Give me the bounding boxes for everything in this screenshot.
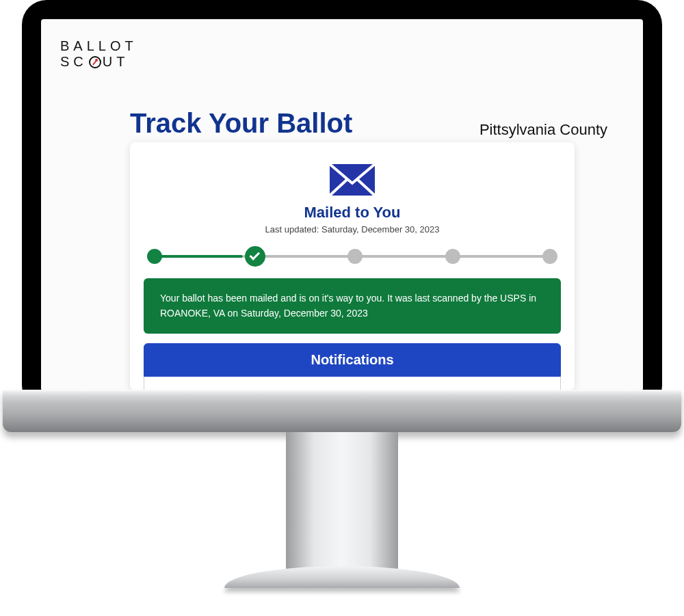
compass-icon: [89, 56, 101, 68]
progress-step-1: [147, 249, 162, 264]
envelope-icon: [328, 163, 376, 197]
notifications-body: [144, 377, 561, 390]
page-title: Track Your Ballot: [130, 108, 352, 139]
progress-tracker: [144, 247, 561, 266]
header-row: Track Your Ballot Pittsylvania County: [41, 108, 643, 139]
logo-line1: BALLOT: [60, 38, 137, 54]
progress-line-done: [154, 255, 243, 258]
notifications-panel: Notifications: [144, 343, 561, 390]
logo-line2-suffix: UT: [103, 54, 129, 70]
logo: BALLOT SC UT: [60, 38, 137, 70]
monitor-base: [224, 566, 460, 588]
progress-line-pending: [243, 255, 551, 258]
progress-step-5: [542, 249, 557, 264]
status-title: Mailed to You: [144, 204, 561, 222]
progress-step-2: [245, 246, 265, 267]
check-icon: [249, 250, 260, 260]
monitor-neck: [286, 432, 398, 569]
progress-step-3: [347, 249, 363, 264]
status-message: Your ballot has been mailed and is on it…: [144, 278, 561, 334]
monitor-chin: [3, 390, 681, 432]
last-updated: Last updated: Saturday, December 30, 202…: [144, 224, 561, 235]
screen: BALLOT SC UT Track Your Ballot Pittsylva…: [41, 19, 643, 391]
progress-step-4: [445, 249, 460, 264]
county-label: Pittsylvania County: [479, 121, 607, 139]
monitor-frame: BALLOT SC UT Track Your Ballot Pittsylva…: [22, 0, 662, 410]
status-card: Mailed to You Last updated: Saturday, De…: [130, 142, 575, 390]
notifications-header[interactable]: Notifications: [144, 343, 561, 377]
logo-line2-prefix: SC: [60, 54, 88, 70]
logo-line2: SC UT: [60, 54, 137, 70]
